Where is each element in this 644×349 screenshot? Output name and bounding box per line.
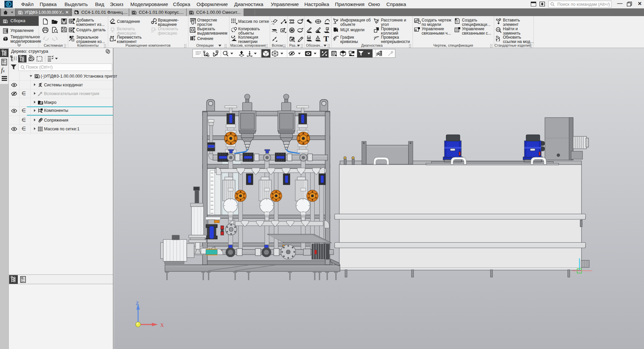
- svg-text:G?: G?: [374, 36, 378, 39]
- svg-text:E: E: [309, 28, 311, 30]
- svg-text:Z: Z: [136, 301, 139, 306]
- svg-text:?: ?: [337, 18, 338, 22]
- svg-text:A: A: [327, 28, 329, 30]
- svg-text:?: ?: [377, 18, 379, 22]
- svg-text:2 1 2: 2 1 2: [14, 58, 17, 60]
- svg-text:AB: AB: [497, 29, 500, 31]
- svg-text:R: R: [302, 28, 304, 30]
- svg-text:X: X: [160, 322, 164, 328]
